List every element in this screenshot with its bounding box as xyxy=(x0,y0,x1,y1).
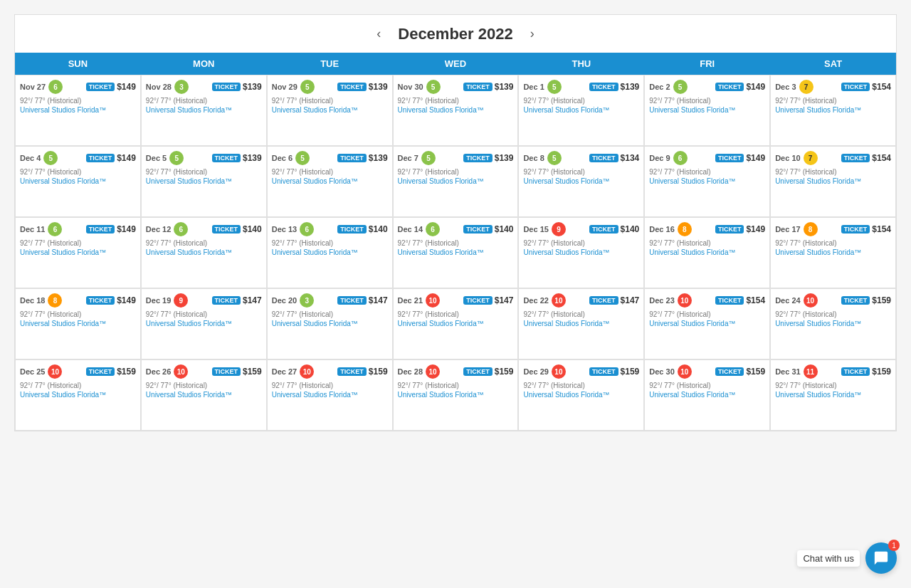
price-text: $140 xyxy=(621,224,640,234)
park-link[interactable]: Universal Studios Florida™ xyxy=(398,177,514,185)
park-link[interactable]: Universal Studios Florida™ xyxy=(775,248,891,256)
weather-text: 92°/ 77° (Historical) xyxy=(649,382,765,389)
ticket-button[interactable]: TICKET xyxy=(841,154,870,162)
ticket-price: TICKET$149 xyxy=(86,295,136,305)
weather-text: 92°/ 77° (Historical) xyxy=(146,239,262,247)
next-month-button[interactable]: › xyxy=(525,23,540,44)
park-link[interactable]: Universal Studios Florida™ xyxy=(523,391,639,399)
date-badge: Nov 295 xyxy=(272,80,315,94)
weather-text: 92°/ 77° (Historical) xyxy=(649,310,765,318)
park-link[interactable]: Universal Studios Florida™ xyxy=(775,177,891,185)
ticket-button[interactable]: TICKET xyxy=(841,83,870,91)
ticket-button[interactable]: TICKET xyxy=(463,225,493,233)
park-link[interactable]: Universal Studios Florida™ xyxy=(146,320,262,327)
cell-top: Dec 178TICKET$154 xyxy=(775,222,891,236)
park-link[interactable]: Universal Studios Florida™ xyxy=(272,106,388,114)
ticket-button[interactable]: TICKET xyxy=(463,296,493,305)
park-link[interactable]: Universal Studios Florida™ xyxy=(20,248,136,256)
crowd-badge: 8 xyxy=(804,222,818,236)
park-link[interactable]: Universal Studios Florida™ xyxy=(523,320,639,327)
date-badge: Dec 116 xyxy=(20,222,62,236)
park-link[interactable]: Universal Studios Florida™ xyxy=(146,248,262,256)
price-text: $159 xyxy=(369,367,388,377)
ticket-button[interactable]: TICKET xyxy=(337,154,367,162)
park-link[interactable]: Universal Studios Florida™ xyxy=(20,106,136,114)
park-link[interactable]: Universal Studios Florida™ xyxy=(398,106,514,114)
park-link[interactable]: Universal Studios Florida™ xyxy=(398,320,514,327)
ticket-button[interactable]: TICKET xyxy=(212,367,241,376)
ticket-button[interactable]: TICKET xyxy=(715,154,744,162)
park-link[interactable]: Universal Studios Florida™ xyxy=(523,248,639,256)
park-link[interactable]: Universal Studios Florida™ xyxy=(775,391,891,399)
date-label: Dec 26 xyxy=(146,367,171,376)
park-link[interactable]: Universal Studios Florida™ xyxy=(20,320,136,327)
ticket-button[interactable]: TICKET xyxy=(715,296,744,305)
park-link[interactable]: Universal Studios Florida™ xyxy=(523,177,639,185)
ticket-button[interactable]: TICKET xyxy=(841,367,870,376)
ticket-button[interactable]: TICKET xyxy=(589,367,618,376)
crowd-badge: 10 xyxy=(678,293,692,308)
date-label: Dec 20 xyxy=(272,296,297,305)
date-label: Dec 15 xyxy=(523,225,548,233)
park-link[interactable]: Universal Studios Florida™ xyxy=(649,248,765,256)
ticket-button[interactable]: TICKET xyxy=(589,83,618,91)
price-text: $154 xyxy=(872,82,891,92)
date-label: Dec 7 xyxy=(398,154,418,162)
park-link[interactable]: Universal Studios Florida™ xyxy=(146,106,262,114)
ticket-button[interactable]: TICKET xyxy=(86,296,115,305)
ticket-button[interactable]: TICKET xyxy=(86,225,115,233)
prev-month-button[interactable]: ‹ xyxy=(371,23,386,44)
calendar-cell: Dec 2110TICKET$14792°/ 77° (Historical)U… xyxy=(393,288,519,359)
ticket-button[interactable]: TICKET xyxy=(86,367,115,376)
ticket-button[interactable]: TICKET xyxy=(715,367,744,376)
park-link[interactable]: Universal Studios Florida™ xyxy=(272,320,388,327)
park-link[interactable]: Universal Studios Florida™ xyxy=(146,177,262,185)
ticket-button[interactable]: TICKET xyxy=(212,296,241,305)
ticket-button[interactable]: TICKET xyxy=(212,225,241,233)
ticket-button[interactable]: TICKET xyxy=(841,296,870,305)
ticket-button[interactable]: TICKET xyxy=(337,225,367,233)
park-link[interactable]: Universal Studios Florida™ xyxy=(775,106,891,114)
calendar-cell: Dec 2810TICKET$15992°/ 77° (Historical)U… xyxy=(393,359,519,431)
crowd-badge: 9 xyxy=(552,222,566,236)
park-link[interactable]: Universal Studios Florida™ xyxy=(649,177,765,185)
park-link[interactable]: Universal Studios Florida™ xyxy=(649,106,765,114)
park-link[interactable]: Universal Studios Florida™ xyxy=(398,248,514,256)
ticket-button[interactable]: TICKET xyxy=(841,225,870,233)
ticket-button[interactable]: TICKET xyxy=(463,154,493,162)
park-link[interactable]: Universal Studios Florida™ xyxy=(272,248,388,256)
ticket-button[interactable]: TICKET xyxy=(212,83,241,91)
ticket-button[interactable]: TICKET xyxy=(463,83,493,91)
park-link[interactable]: Universal Studios Florida™ xyxy=(272,177,388,185)
ticket-button[interactable]: TICKET xyxy=(337,296,367,305)
park-link[interactable]: Universal Studios Florida™ xyxy=(775,320,891,327)
weather-text: 92°/ 77° (Historical) xyxy=(523,97,639,105)
park-link[interactable]: Universal Studios Florida™ xyxy=(523,106,639,114)
park-link[interactable]: Universal Studios Florida™ xyxy=(20,177,136,185)
ticket-button[interactable]: TICKET xyxy=(715,225,744,233)
date-badge: Nov 305 xyxy=(398,80,441,94)
crowd-badge: 3 xyxy=(174,80,189,94)
date-label: Dec 1 xyxy=(523,83,544,91)
ticket-button[interactable]: TICKET xyxy=(589,225,618,233)
park-link[interactable]: Universal Studios Florida™ xyxy=(146,391,262,399)
cell-top: Dec 37TICKET$154 xyxy=(775,80,891,94)
ticket-button[interactable]: TICKET xyxy=(589,296,618,305)
price-text: $149 xyxy=(746,224,765,234)
ticket-price: TICKET$154 xyxy=(841,82,891,92)
ticket-button[interactable]: TICKET xyxy=(337,367,367,376)
calendar-cell: Nov 283TICKET$13992°/ 77° (Historical)Un… xyxy=(141,75,267,146)
calendar-cell: Nov 276TICKET$14992°/ 77° (Historical)Un… xyxy=(15,75,141,146)
park-link[interactable]: Universal Studios Florida™ xyxy=(20,391,136,399)
park-link[interactable]: Universal Studios Florida™ xyxy=(649,391,765,399)
park-link[interactable]: Universal Studios Florida™ xyxy=(398,391,514,399)
ticket-button[interactable]: TICKET xyxy=(86,154,115,162)
ticket-button[interactable]: TICKET xyxy=(337,83,367,91)
park-link[interactable]: Universal Studios Florida™ xyxy=(272,391,388,399)
ticket-button[interactable]: TICKET xyxy=(715,83,744,91)
ticket-button[interactable]: TICKET xyxy=(463,367,493,376)
ticket-button[interactable]: TICKET xyxy=(212,154,241,162)
park-link[interactable]: Universal Studios Florida™ xyxy=(649,320,765,327)
ticket-button[interactable]: TICKET xyxy=(86,83,115,91)
ticket-button[interactable]: TICKET xyxy=(589,154,618,162)
